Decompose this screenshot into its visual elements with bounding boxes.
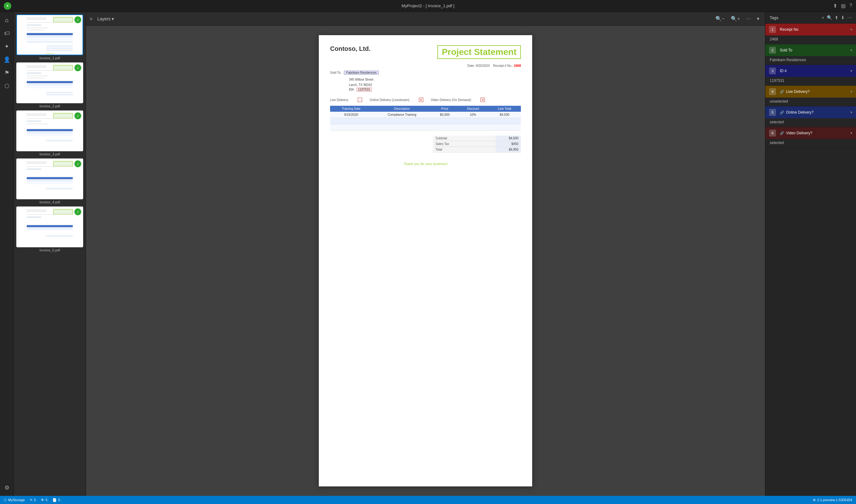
cell-price-1: $5,000 <box>432 112 458 118</box>
doc-toolbar: ≡ Layers ▾ 🔍− 🔍+ ··· ▾ <box>86 12 765 26</box>
tags-upload-icon[interactable]: ⬆ <box>835 15 838 20</box>
thumbnail-item-1[interactable]: Thank you! ✓ Invoice_1.pdf <box>16 15 83 60</box>
svg-text:Thank you!: Thank you! <box>45 52 54 54</box>
col-line-total: Line Total <box>488 106 521 112</box>
receipt-value: 2468 <box>514 64 521 68</box>
thumbnail-item-2[interactable]: ✓ Invoice_2.pdf <box>16 62 83 108</box>
count3-value: 5 <box>58 498 60 502</box>
svg-rect-39 <box>53 161 73 166</box>
layers-button[interactable]: Layers ▾ <box>95 15 117 23</box>
svg-rect-34 <box>27 132 73 134</box>
live-delivery-checkbox[interactable] <box>358 97 362 102</box>
sidebar-settings-btn[interactable]: ⚙ <box>1 482 13 493</box>
tags-list: 1 Receipt No ▾ 2468 2 Sold To ▾ Fabrikam… <box>765 23 856 496</box>
thank-you-message: Thank you for your business! <box>330 162 521 166</box>
badge-2: ✓ <box>74 64 81 71</box>
company-name: Contoso, Ltd. <box>330 45 371 52</box>
tag-group-live-delivery: 4 🔗 Live Delivery? ▾ unselected <box>765 86 856 106</box>
count2-icon: 👁 <box>41 498 44 502</box>
thumbnail-item-4[interactable]: ✓ Invoice_4.pdf <box>16 159 83 204</box>
svg-rect-33 <box>27 129 73 131</box>
layout-icon[interactable]: ▤ <box>841 3 846 9</box>
tag-num-1: 1 <box>769 26 776 33</box>
help-icon[interactable]: ? <box>850 3 852 9</box>
col-training-date: Training Date <box>330 106 372 112</box>
tag-chevron-2: ▾ <box>850 48 852 52</box>
svg-rect-13 <box>46 50 73 51</box>
badge-5: ✓ <box>74 209 81 215</box>
sold-to-value: Fabrikam Residences <box>344 71 379 75</box>
tags-title: Tags <box>770 15 778 20</box>
app-logo: ✦ <box>4 2 11 10</box>
sidebar-flag-btn[interactable]: ⚑ <box>1 67 13 78</box>
col-discount: Discount <box>458 106 488 112</box>
sidebar-home-btn[interactable]: ⌂ <box>1 15 13 26</box>
zoom-in-btn[interactable]: 🔍+ <box>729 15 742 23</box>
link-icon-6: 🔗 <box>780 131 784 135</box>
svg-rect-9 <box>27 38 73 40</box>
sales-tax-value: $450 <box>496 141 521 147</box>
tags-add-btn[interactable]: + <box>822 15 824 20</box>
svg-rect-41 <box>27 168 41 170</box>
sidebar-puzzle-btn[interactable]: ⬡ <box>1 80 13 92</box>
more-options-btn[interactable]: ··· <box>745 15 752 23</box>
video-delivery-checkbox[interactable]: ✕ <box>480 97 485 102</box>
cell-lt-2 <box>488 118 521 124</box>
svg-rect-11 <box>46 45 73 47</box>
doc-scroll[interactable]: Contoso, Ltd. Project Statement Date: 9/… <box>86 26 765 496</box>
svg-rect-3 <box>27 22 73 23</box>
cell-disc-1: 10% <box>458 112 488 118</box>
tag-id-value: 1197531 <box>765 77 856 85</box>
zoom-out-btn[interactable]: 🔍− <box>714 15 726 23</box>
tags-more-icon[interactable]: ⋯ <box>847 15 852 20</box>
tag-num-3: 3 <box>769 68 776 74</box>
tag-group-video-delivery-header[interactable]: 6 🔗 Video Delivery? ▾ <box>765 127 856 139</box>
count1-item: ✎ 5 <box>30 498 36 502</box>
delivery-options: Live Delivery: Online Delivery (Livestre… <box>330 97 521 102</box>
sidebar-star-btn[interactable]: ✦ <box>1 41 13 52</box>
svg-rect-8 <box>27 36 73 38</box>
tag-num-2: 2 <box>769 47 776 54</box>
tag-group-receipt-no-header[interactable]: 1 Receipt No ▾ <box>765 23 856 35</box>
layers-chevron-icon: ▾ <box>112 16 114 21</box>
invoice-title: Project Statement <box>438 45 521 59</box>
tag-group-online-delivery-header[interactable]: 5 🔗 Online Delivery? ▾ <box>765 106 856 118</box>
thumbnail-item-3[interactable]: ✓ Invoice_3.pdf <box>16 110 83 156</box>
window-title: MyProject2 - [ Invoice_1.pdf ] <box>402 3 454 8</box>
cell-price-2 <box>432 118 458 124</box>
sidebar-person-btn[interactable]: 👤 <box>1 54 13 65</box>
link-icon-4: 🔗 <box>780 90 784 94</box>
cell-date-1: 9/15/2020 <box>330 112 372 118</box>
cell-lt-3 <box>488 124 521 130</box>
sales-tax-row: Sales Tax $450 <box>433 141 521 147</box>
tags-download-icon[interactable]: ⬇ <box>841 15 845 20</box>
tag-group-live-delivery-header[interactable]: 4 🔗 Live Delivery? ▾ <box>765 86 856 97</box>
storage-item[interactable]: ⬡ MyStorage <box>4 498 25 502</box>
count3-item: 📄 5 <box>52 498 60 502</box>
expand-btn[interactable]: ▾ <box>755 15 761 23</box>
thumbnail-item-5[interactable]: ✓ Invoice_5.pdf <box>16 206 83 252</box>
tags-search-btn[interactable]: 🔍 <box>827 15 832 20</box>
badge-1: ✓ <box>74 16 81 23</box>
table-row-1: 9/15/2020 Compliance Training $5,000 10%… <box>330 112 521 118</box>
total-row: Total $4,950 <box>433 147 521 152</box>
online-delivery-checkbox[interactable]: ✕ <box>419 97 423 102</box>
table-row-3 <box>330 124 521 130</box>
tag-group-sold-to-header[interactable]: 2 Sold To ▾ <box>765 44 856 56</box>
invoice-totals: Subtotal $4,500 Sales Tax $450 Total $4,… <box>433 136 521 152</box>
cell-disc-2 <box>458 118 488 124</box>
tag-group-id-header[interactable]: 3 ID # ▾ <box>765 65 856 77</box>
tag-sold-to-label: 2 Sold To <box>769 47 850 54</box>
thumb-label-3: Invoice_3.pdf <box>16 152 83 156</box>
table-row-2 <box>330 118 521 124</box>
invoice-header: Contoso, Ltd. Project Statement <box>330 45 521 59</box>
svg-rect-28 <box>27 113 47 116</box>
count1-value: 5 <box>34 498 36 502</box>
tag-receipt-no-value: 2468 <box>765 35 856 44</box>
tag-num-6: 6 <box>769 130 776 137</box>
sidebar-bookmark-btn[interactable]: 🏷 <box>1 28 13 39</box>
id-value: 1197531 <box>356 88 372 92</box>
share-icon[interactable]: ⬆ <box>833 3 837 9</box>
svg-rect-20 <box>27 75 48 76</box>
tag-online-delivery-label: 5 🔗 Online Delivery? <box>769 109 850 116</box>
